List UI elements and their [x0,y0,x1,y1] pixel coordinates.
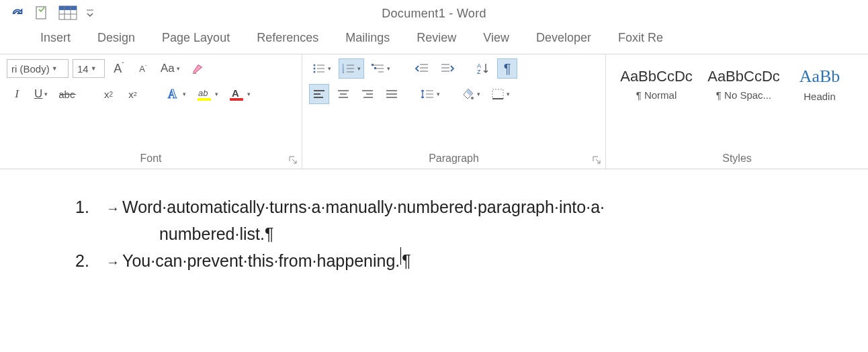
borders-button[interactable]: ▾ [488,84,513,104]
increase-indent-button[interactable] [437,58,458,79]
list-item: 1. Word·automatically·turns·a·manually·n… [75,193,868,220]
tab-references[interactable]: References [257,31,318,45]
body-text: Word·automatically·turns·a·manually·numb… [122,193,605,220]
tab-mailings[interactable]: Mailings [345,31,390,45]
body-text-continuation: numbered·list.¶ [75,220,868,247]
list-number: 2. [75,247,106,274]
font-dialog-launcher[interactable] [288,155,298,165]
svg-text:A: A [168,87,177,101]
list-number: 1. [75,193,106,220]
ribbon-tabs: Insert Design Page Layout References Mai… [0,27,868,54]
svg-rect-28 [374,67,376,69]
svg-rect-0 [36,7,46,19]
body-text: You·can·prevent·this·from·happening. [122,247,400,274]
style-name: ¶ Normal [636,89,677,101]
tab-insert[interactable]: Insert [40,31,71,45]
redo-button[interactable] [5,6,30,21]
style-no-spacing[interactable]: AaBbCcDc ¶ No Spac... [700,58,787,109]
font-color-button[interactable]: A▾ [226,84,254,104]
svg-rect-53 [492,89,503,99]
tab-page-layout[interactable]: Page Layout [162,31,230,45]
shrink-font-button[interactable]: Aˇ [133,58,153,79]
multilevel-list-button[interactable]: ▾ [368,58,394,79]
list-item: 2. You·can·prevent·this·from·happening.¶ [75,247,868,274]
show-hide-marks-button[interactable]: ¶ [497,58,517,79]
font-size-combo[interactable]: 14 ▼ [73,59,105,78]
document-body[interactable]: 1. Word·automatically·turns·a·manually·n… [0,169,868,274]
font-name-value: ri (Body) [11,63,50,75]
text-effects-button[interactable]: A▾ [163,84,189,104]
svg-rect-27 [372,64,374,66]
grow-font-button[interactable]: Aˆ [109,58,129,79]
style-normal[interactable]: AaBbCcDc ¶ Normal [613,58,700,109]
svg-text:ab: ab [198,88,208,98]
font-size-value: 14 [77,63,89,75]
svg-rect-9 [198,98,211,101]
svg-text:A: A [232,87,239,99]
tab-view[interactable]: View [483,31,509,45]
group-styles: AaBbCcDc ¶ Normal AaBbCcDc ¶ No Spac... … [606,54,868,169]
tab-developer[interactable]: Developer [536,31,591,45]
tab-design[interactable]: Design [97,31,135,45]
clear-formatting-button[interactable] [187,58,209,79]
chevron-down-icon: ▼ [52,65,58,72]
numbering-button[interactable]: 123▾ [339,58,364,79]
table-button[interactable] [54,5,83,21]
bullets-button[interactable]: ▾ [309,58,335,79]
change-case-button[interactable]: Aa▾ [157,58,183,79]
align-left-button[interactable] [309,84,329,104]
svg-text:3: 3 [342,70,345,74]
italic-button[interactable]: I [7,84,27,104]
group-label-styles: Styles [613,150,861,169]
justify-button[interactable] [382,84,402,104]
align-center-button[interactable] [333,84,353,104]
paragraph-dialog-launcher[interactable] [592,155,601,165]
style-name: ¶ No Spac... [716,89,771,101]
quick-access-toolbar: Document1 - Word [0,0,868,27]
group-paragraph: ▾ 123▾ ▾ AZ [302,54,606,169]
highlight-color-button[interactable]: ab▾ [193,84,222,104]
group-label-font: Font [7,150,295,169]
svg-point-14 [314,71,316,73]
style-name: Headin [804,91,836,102]
style-sample: AaBbCcDc [707,68,780,85]
style-heading[interactable]: AaBb Headin [787,58,852,109]
tab-mark-icon [106,247,122,274]
group-label-paragraph: Paragraph [309,150,599,169]
subscript-button[interactable]: x2 [98,84,118,104]
task-pane-button[interactable] [30,5,54,21]
svg-rect-2 [59,6,77,10]
style-sample: AaBb [799,67,840,87]
shading-button[interactable]: ▾ [458,84,484,104]
tab-mark-icon [106,193,122,220]
underline-button[interactable]: U▾ [31,84,51,104]
svg-point-13 [314,68,316,70]
ribbon: ri (Body) ▼ 14 ▼ Aˆ Aˇ Aa▾ I U▾ abc x2 [0,54,868,169]
tab-review[interactable]: Review [417,31,456,45]
text-cursor [400,247,401,265]
line-spacing-button[interactable]: ▾ [417,84,443,104]
strikethrough-button[interactable]: abc [55,84,94,104]
svg-rect-11 [230,98,243,101]
sort-button[interactable]: AZ [473,58,493,79]
decrease-indent-button[interactable] [411,58,433,79]
window-title: Document1 - Word [0,7,868,21]
chevron-down-icon: ▼ [91,65,97,72]
svg-point-52 [471,97,474,99]
align-right-button[interactable] [357,84,378,104]
group-font: ri (Body) ▼ 14 ▼ Aˆ Aˇ Aa▾ I U▾ abc x2 [0,54,302,169]
svg-point-12 [314,64,316,67]
svg-text:Z: Z [477,69,481,75]
superscript-button[interactable]: x2 [122,84,142,104]
style-sample: AaBbCcDc [620,68,693,85]
tab-foxit[interactable]: Foxit Re [618,31,663,45]
font-name-combo[interactable]: ri (Body) ▼ [7,59,69,78]
pilcrow-icon: ¶ [402,247,410,274]
qat-customize-icon[interactable] [86,9,94,18]
